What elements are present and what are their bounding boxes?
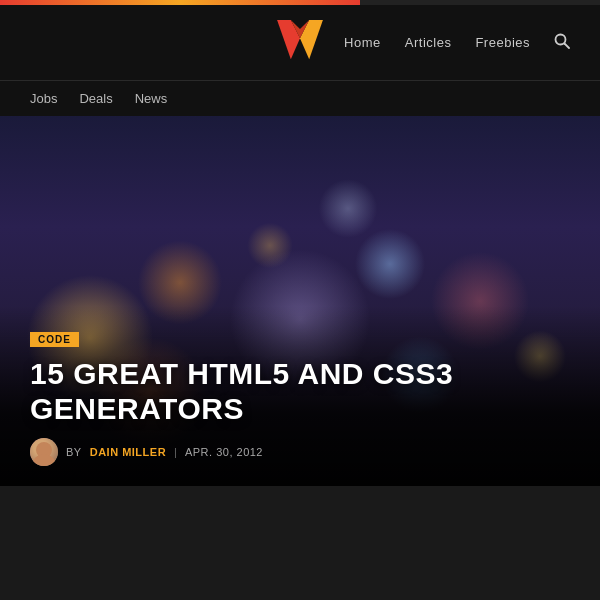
search-button[interactable] — [554, 33, 570, 53]
nav-jobs[interactable]: Jobs — [30, 91, 57, 106]
nav-home[interactable]: Home — [344, 35, 381, 50]
meta-author-name[interactable]: DAIN MILLER — [90, 446, 166, 458]
svg-line-5 — [565, 43, 570, 48]
author-avatar — [30, 438, 58, 466]
nav-freebies[interactable]: Freebies — [475, 35, 530, 50]
nav-news[interactable]: News — [135, 91, 168, 106]
nav-articles[interactable]: Articles — [405, 35, 452, 50]
meta-date: APR. 30, 2012 — [185, 446, 263, 458]
article-meta: BY DAIN MILLER | APR. 30, 2012 — [30, 438, 570, 466]
header-nav-right: Home Articles Freebies — [344, 33, 570, 53]
avatar-image — [30, 438, 58, 466]
nav-deals[interactable]: Deals — [79, 91, 112, 106]
secondary-nav: Jobs Deals News — [0, 80, 600, 116]
meta-divider: | — [174, 446, 177, 458]
site-header: Home Articles Freebies — [0, 5, 600, 80]
hero-content: CODE 15 GREAT HTML5 AND CSS3 GENERATORS … — [0, 329, 600, 486]
hero-section: CODE 15 GREAT HTML5 AND CSS3 GENERATORS … — [0, 116, 600, 486]
article-category-badge[interactable]: CODE — [30, 332, 79, 347]
meta-by-label: BY — [66, 446, 82, 458]
site-logo[interactable] — [273, 13, 328, 72]
article-title[interactable]: 15 GREAT HTML5 AND CSS3 GENERATORS — [30, 357, 570, 426]
